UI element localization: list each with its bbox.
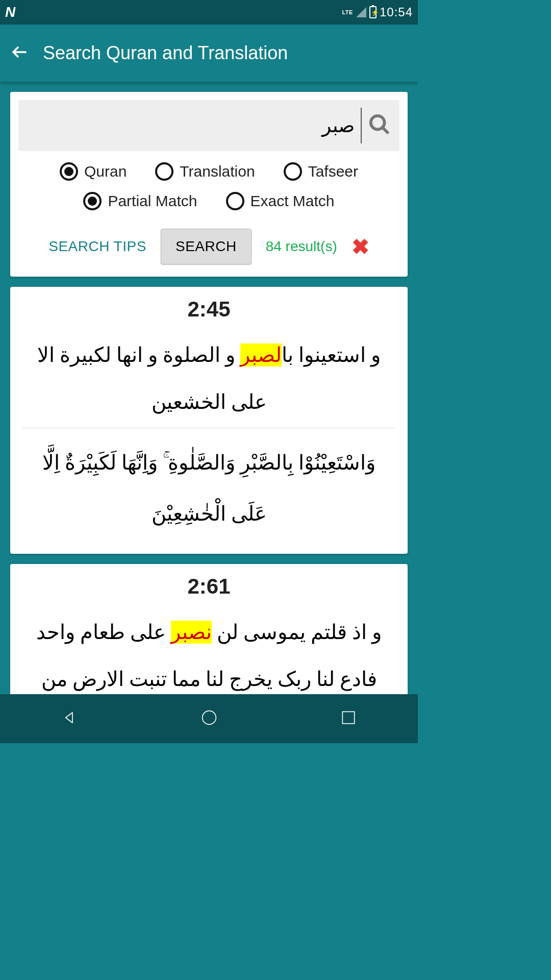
search-input[interactable] <box>27 108 362 143</box>
nav-recent-icon[interactable] <box>338 707 359 730</box>
text-post: و الصلوة و انها لکبیرة الا علی الخشعین <box>37 344 267 413</box>
radio-icon <box>226 192 244 210</box>
radio-exact-match[interactable]: Exact Match <box>226 192 335 210</box>
svg-rect-2 <box>342 712 354 723</box>
battery-icon: ⚡ <box>369 6 377 18</box>
search-panel: Quran Translation Tafseer Partial Match … <box>10 92 408 277</box>
scope-row: Quran Translation Tafseer <box>18 162 399 181</box>
radio-label: Partial Match <box>108 192 197 210</box>
page-title: Search Quran and Translation <box>43 42 288 64</box>
verse-text-simple: و اذ قلتم یموسی لن نصبر علی طعام واحد فا… <box>22 609 395 694</box>
app-bar: Search Quran and Translation <box>0 24 418 82</box>
radio-label: Exact Match <box>251 192 335 210</box>
signal-icon <box>356 7 366 17</box>
android-nav-bar <box>0 694 418 743</box>
actions-row: SEARCH TIPS SEARCH 84 result(s) ✖ <box>18 229 399 264</box>
verse-text-simple: و استعینوا بالصبر و الصلوة و انها لکبیرة… <box>22 332 395 426</box>
radio-icon <box>284 162 302 181</box>
radio-quran[interactable]: Quran <box>60 162 127 181</box>
radio-label: Quran <box>84 163 127 180</box>
text-pre: و اذ قلتم یموسی لن <box>212 621 382 644</box>
search-button[interactable]: SEARCH <box>161 229 252 264</box>
radio-label: Tafseer <box>308 163 358 180</box>
nav-back-icon[interactable] <box>60 707 80 730</box>
verse-reference: 2:61 <box>22 574 395 599</box>
result-card[interactable]: 2:61 و اذ قلتم یموسی لن نصبر علی طعام وا… <box>10 564 408 694</box>
clear-icon[interactable]: ✖ <box>352 234 369 259</box>
verse-text-uthmani: وَاسْتَعِيْنُوْا بِالصَّبْرِ وَالصَّلٰوة… <box>22 433 395 544</box>
radio-label: Translation <box>180 163 255 180</box>
clock: 10:54 <box>380 5 413 19</box>
notification-icon: N <box>5 4 13 20</box>
search-tips-link[interactable]: SEARCH TIPS <box>48 238 146 255</box>
search-icon[interactable] <box>368 113 391 138</box>
status-bar: N LTE ⚡ 10:54 <box>0 0 418 24</box>
radio-partial-match[interactable]: Partial Match <box>83 192 197 210</box>
nav-home-icon[interactable] <box>199 707 219 730</box>
search-box <box>18 100 399 151</box>
verse-reference: 2:45 <box>22 297 395 322</box>
svg-point-1 <box>202 711 216 725</box>
match-row: Partial Match Exact Match <box>18 192 399 210</box>
search-highlight: لصبر <box>240 344 282 366</box>
network-label: LTE <box>342 9 353 15</box>
divider <box>22 428 395 428</box>
result-card[interactable]: 2:45 و استعینوا بالصبر و الصلوة و انها ل… <box>10 287 408 554</box>
results-count: 84 result(s) <box>266 238 337 255</box>
radio-translation[interactable]: Translation <box>155 162 255 181</box>
text-pre: و استعینوا با <box>282 344 381 366</box>
radio-tafseer[interactable]: Tafseer <box>284 162 358 181</box>
radio-icon <box>83 192 102 210</box>
radio-icon <box>155 162 173 181</box>
radio-icon <box>60 162 78 181</box>
content-area: Quran Translation Tafseer Partial Match … <box>0 82 418 694</box>
search-highlight: نصبر <box>171 621 212 644</box>
back-arrow-icon[interactable] <box>10 43 29 63</box>
svg-point-0 <box>371 116 385 130</box>
